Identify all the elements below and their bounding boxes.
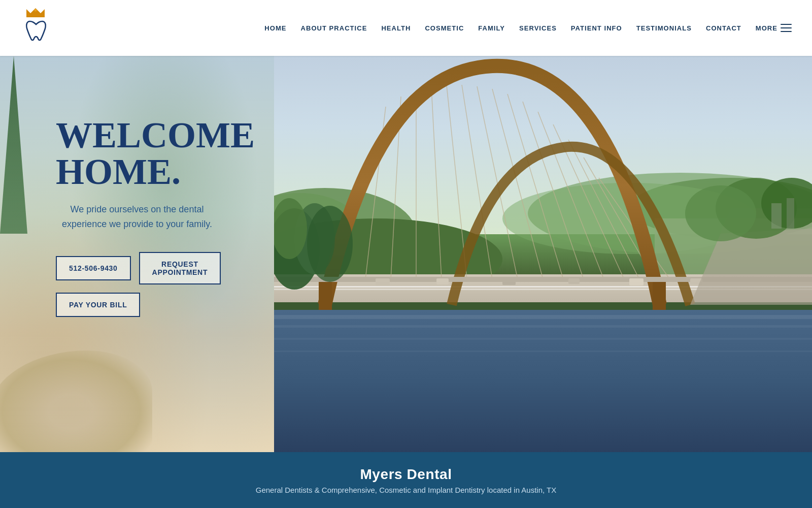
- logo-icon: [20, 5, 56, 51]
- svg-rect-12: [274, 310, 812, 452]
- hero-buttons: 512-506-9430 REQUEST APPOINTMENT: [56, 252, 255, 284]
- nav-health[interactable]: HEALTH: [381, 24, 411, 32]
- svg-rect-14: [274, 325, 812, 328]
- svg-point-50: [685, 185, 756, 241]
- nav-patient-info[interactable]: PATIENT INFO: [571, 24, 622, 32]
- svg-rect-16: [274, 351, 812, 352]
- svg-rect-38: [376, 278, 390, 285]
- footer-bar: Myers Dental General Dentists & Comprehe…: [0, 452, 812, 508]
- logo-area: [20, 5, 56, 51]
- nav-cosmetic[interactable]: COSMETIC: [425, 24, 464, 32]
- nav-family[interactable]: FAMILY: [478, 24, 505, 32]
- bridge-scene: [274, 56, 812, 452]
- main-nav: HOME ABOUT PRACTICE HEALTH COSMETIC FAMI…: [264, 24, 792, 32]
- appointment-button[interactable]: REQUEST APPOINTMENT: [139, 252, 221, 284]
- svg-rect-36: [653, 279, 666, 310]
- pay-bill-button[interactable]: PAY YOUR BILL: [56, 293, 140, 317]
- bridge-illustration: [274, 56, 812, 452]
- logo-svg: [20, 5, 56, 51]
- phone-button[interactable]: 512-506-9430: [56, 256, 131, 280]
- hero-content: WELCOME HOME. We pride ourselves on the …: [56, 117, 255, 317]
- svg-point-47: [307, 206, 353, 282]
- nav-services[interactable]: SERVICES: [519, 24, 557, 32]
- nav-about[interactable]: ABOUT PRACTICE: [301, 24, 367, 32]
- nav-testimonials[interactable]: TESTIMONIALS: [636, 24, 692, 32]
- svg-rect-13: [274, 315, 812, 319]
- svg-rect-40: [502, 278, 516, 285]
- svg-rect-42: [629, 278, 644, 285]
- hero-left-panel: WELCOME HOME. We pride ourselves on the …: [0, 56, 274, 452]
- hamburger-icon[interactable]: [781, 24, 792, 32]
- nav-home[interactable]: HOME: [264, 24, 286, 32]
- footer-title: Myers Dental: [360, 466, 452, 483]
- header: HOME ABOUT PRACTICE HEALTH COSMETIC FAMI…: [0, 0, 812, 56]
- hero-buttons-row2: PAY YOUR BILL: [56, 293, 255, 317]
- svg-rect-51: [771, 203, 782, 229]
- svg-rect-52: [787, 198, 794, 229]
- svg-point-2: [35, 9, 37, 12]
- nav-contact[interactable]: CONTACT: [706, 24, 741, 32]
- hero-section: WELCOME HOME. We pride ourselves on the …: [0, 56, 812, 452]
- footer-subtitle: General Dentists & Comprehensive, Cosmet…: [256, 486, 557, 494]
- welcome-title: WELCOME HOME.: [56, 117, 255, 190]
- svg-rect-15: [274, 338, 812, 340]
- svg-rect-41: [568, 278, 580, 284]
- rock-decoration: [0, 351, 152, 452]
- svg-rect-35: [319, 279, 332, 310]
- nav-more[interactable]: MORE: [756, 24, 792, 32]
- hero-right-panel: [274, 56, 812, 452]
- svg-rect-39: [436, 278, 449, 284]
- welcome-subtitle: We pride ourselves on the dental experie…: [56, 202, 218, 232]
